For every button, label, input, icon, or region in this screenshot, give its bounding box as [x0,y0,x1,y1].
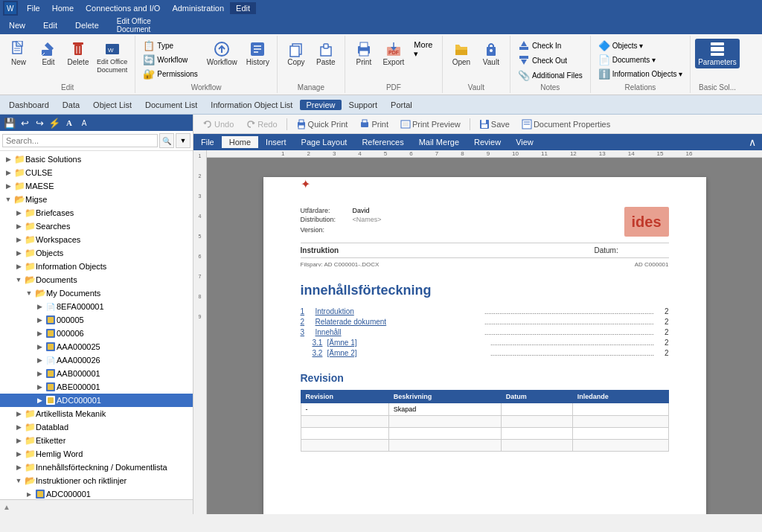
doc-tab-mail-merge[interactable]: Mail Merge [412,136,467,148]
tree-documents[interactable]: ▼ 📂 Documents [0,273,193,286]
menu-home[interactable]: Home [46,2,80,14]
toc-num-4[interactable]: 3.2 [313,349,327,357]
toc-num-1[interactable]: 2 [301,318,316,326]
expand-basic-solutions[interactable]: ▶ [3,154,13,164]
qa-undo[interactable]: ↩ [18,116,31,129]
nav-portal[interactable]: Portal [385,100,418,110]
doc-tab-home[interactable]: Home [222,136,258,148]
tree-objects[interactable]: ▶ 📁 Objects [0,246,193,260]
tree-hemlig[interactable]: ▶ 📁 Hemlig Word [0,447,193,461]
check-in-button[interactable]: Check In [515,39,564,52]
search-options-button[interactable]: ▼ [176,133,190,148]
search-input[interactable] [2,134,158,147]
expand-migse[interactable]: ▼ [3,194,13,205]
menu-edit[interactable]: Edit [230,2,256,14]
tree-000005[interactable]: ▶ 000005 [0,313,193,327]
expand-my-documents[interactable]: ▼ [24,288,34,298]
expand-aaa000026[interactable]: ▶ [34,355,45,365]
menu-file[interactable]: File [21,2,46,14]
expand-datablad[interactable]: ▶ [13,422,24,432]
history-button[interactable]: History [243,39,272,68]
tree-abe000001[interactable]: ▶ ABE000001 [0,380,193,394]
expand-maese[interactable]: ▶ [3,181,13,191]
tree-adc000001[interactable]: ▶ ADC000001 [0,394,193,407]
tree-briefcases[interactable]: ▶ 📁 Briefcases [0,206,193,219]
expand-adc000001-sub[interactable]: ▶ [24,489,34,499]
toc-text-1[interactable]: Relaterade dokument [316,318,485,326]
nav-preview[interactable]: Preview [300,100,341,110]
toc-text-2[interactable]: Innehåll [316,328,485,336]
tree-aaa000025[interactable]: ▶ AAA000025 [0,340,193,353]
qa-text[interactable]: A [63,116,76,129]
expand-aaa000025[interactable]: ▶ [34,342,45,352]
doc-tab-page-layout[interactable]: Page Layout [294,136,355,148]
toc-num-0[interactable]: 1 [301,307,316,315]
doc-tab-review[interactable]: Review [467,136,508,148]
sidebar-collapse-btn[interactable]: ▲ [3,503,10,511]
ribbon-tab-editoffice[interactable]: Edit OfficeDocument [108,16,160,34]
permissions-button[interactable]: 🔐 Permissions [140,67,200,80]
workflow-button[interactable]: Workflow [204,39,240,68]
edit-office-button[interactable]: W Edit OfficeDocument [94,39,130,76]
tree-workspaces[interactable]: ▶ 📁 Workspaces [0,233,193,246]
doc-tab-insert[interactable]: Insert [258,136,294,148]
qa-save[interactable]: 💾 [3,116,16,129]
paste-button[interactable]: Paste [312,39,340,68]
nav-object-list[interactable]: Object List [87,100,138,110]
documents-btn[interactable]: 📄 Documents ▾ [595,53,659,66]
nav-dashboard[interactable]: Dashboard [3,100,55,110]
menu-admin[interactable]: Administration [166,2,230,14]
tree-adc000001-sub[interactable]: ▶ ADC000001 [0,487,193,499]
expand-info-objects[interactable]: ▶ [13,261,24,272]
doc-properties-button[interactable]: Document Properties [517,118,615,130]
qa-aa[interactable]: A [77,116,91,129]
tree-aaa000026[interactable]: ▶ 📄 AAA000026 [0,353,193,367]
save-button[interactable]: Save [475,118,514,130]
expand-workspaces[interactable]: ▶ [13,234,24,245]
undo-button[interactable]: Undo [198,118,238,130]
nav-data[interactable]: Data [57,100,86,110]
expand-objects[interactable]: ▶ [13,248,24,258]
workflow-small-button[interactable]: 🔄 Workflow [140,53,200,66]
expand-aab000001[interactable]: ▶ [34,368,45,379]
tree-aab000001[interactable]: ▶ AAB000001 [0,367,193,380]
additional-files-button[interactable]: 📎 Additional Files [515,68,586,82]
tree-artikellista[interactable]: ▶ 📁 Artikellista Mekanik [0,407,193,420]
doc-ribbon-collapse[interactable]: ∧ [743,136,762,148]
open-button[interactable]: Open [447,39,476,68]
quick-print-button[interactable]: Quick Print [292,118,353,130]
search-button[interactable]: 🔍 [159,133,174,148]
tree-8efa[interactable]: ▶ 📄 8EFA000001 [0,300,193,313]
qa-flash[interactable]: ⚡ [48,116,61,129]
doc-scroll-area[interactable]: 12345678910111213141516 ✦ Utfärdare [207,150,762,514]
type-button[interactable]: 📋 Type [140,39,200,52]
qa-redo[interactable]: ↪ [33,116,46,129]
info-objects-button[interactable]: ℹ️ Information Objects ▾ [595,67,685,80]
expand-artikellista[interactable]: ▶ [13,408,24,419]
nav-support[interactable]: Support [343,100,384,110]
tree-etiketter[interactable]: ▶ 📁 Etiketter [0,434,193,447]
edit-button[interactable]: Edit [34,39,63,68]
check-out-button[interactable]: Check Out [515,54,570,67]
tree-my-documents[interactable]: ▼ 📂 My Documents [0,286,193,300]
expand-adc000001[interactable]: ▶ [34,395,45,406]
tree-datablad[interactable]: ▶ 📁 Datablad [0,420,193,434]
ribbon-tab-delete[interactable]: Delete [66,16,108,34]
menu-connections[interactable]: Connections and I/O [80,2,166,14]
expand-etiketter[interactable]: ▶ [13,435,24,446]
copy-button[interactable]: Copy [282,39,310,68]
ribbon-tab-new[interactable]: New [0,16,34,34]
expand-searches[interactable]: ▶ [13,221,24,231]
toc-num-2[interactable]: 3 [301,328,316,336]
doc-tab-references[interactable]: References [354,136,411,148]
print-button[interactable]: Print [350,39,378,68]
delete-button[interactable]: Delete [64,39,92,68]
expand-culse[interactable]: ▶ [3,167,13,178]
expand-000005[interactable]: ▶ [34,315,45,325]
expand-8efa[interactable]: ▶ [34,301,45,312]
more-button[interactable]: More ▾ [409,39,438,60]
expand-documents[interactable]: ▼ [13,275,24,285]
print-preview-button[interactable]: Print Preview [396,118,465,130]
toc-text-3[interactable]: [Ämne 1] [327,339,491,347]
expand-abe000001[interactable]: ▶ [34,382,45,392]
